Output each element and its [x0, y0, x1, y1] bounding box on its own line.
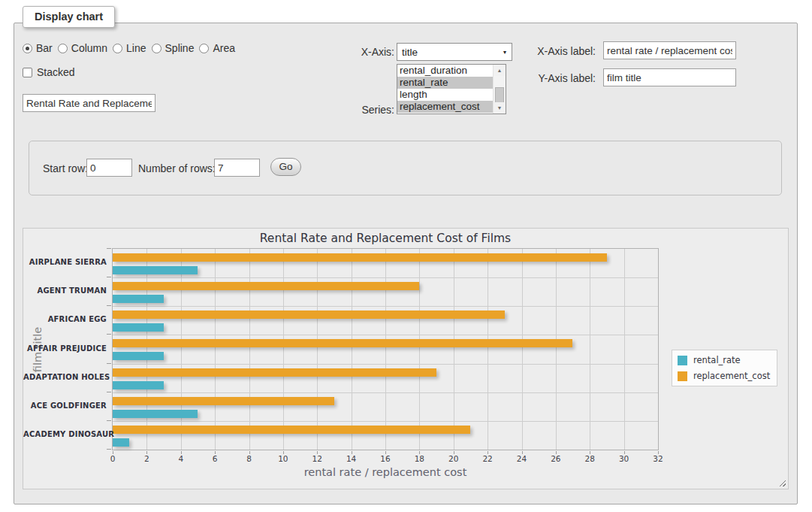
y-axis-tick [107, 305, 111, 306]
category-label: AFRICAN EGG [23, 315, 107, 323]
y-axis-tick [107, 363, 111, 364]
series-option-rental-duration[interactable]: rental_duration [397, 65, 493, 77]
bar-replacement_cost [113, 311, 505, 319]
series-option-length[interactable]: length [397, 89, 493, 101]
gridline-vertical [352, 249, 352, 450]
bar-replacement_cost [113, 368, 436, 377]
category-label: ACADEMY DINOSAUR [23, 430, 107, 438]
bar-rental_rate [113, 323, 164, 332]
chevron-down-icon: ▾ [503, 49, 506, 56]
radio-bar[interactable]: Bar [23, 42, 53, 54]
legend-item-replacement-cost: replacement_cost [678, 371, 770, 381]
gridline-horizontal [113, 335, 658, 335]
x-tick-label: 8 [234, 454, 264, 463]
x-tick-label: 24 [507, 454, 537, 463]
category-label: AFFAIR PREJUDICE [23, 344, 107, 353]
x-axis-title: rental rate / replacement cost [112, 466, 659, 478]
scrollbar-thumb[interactable] [495, 87, 504, 103]
x-tick-label: 2 [131, 454, 161, 463]
radio-spline-label: Spline [165, 42, 195, 54]
radio-bar-icon[interactable] [23, 44, 32, 53]
gridline-vertical [283, 249, 284, 450]
radio-bar-label: Bar [36, 42, 53, 54]
x-axis-selected-value: title [402, 47, 418, 58]
scroll-down-icon[interactable]: ▼ [494, 102, 506, 114]
gridline-vertical [215, 249, 216, 450]
replacement-cost-swatch-icon [678, 371, 687, 381]
gridline-vertical [590, 249, 590, 450]
bar-replacement_cost [113, 397, 334, 405]
resize-handle-icon[interactable] [777, 478, 786, 486]
bar-replacement_cost [113, 339, 572, 347]
radio-line-icon[interactable] [113, 44, 122, 53]
gridline-horizontal [113, 392, 658, 393]
gridline-vertical [249, 249, 250, 450]
category-label: AGENT TRUMAN [23, 286, 107, 295]
y-axis-label-field-label: Y-Axis label: [530, 72, 596, 84]
radio-column[interactable]: Column [58, 42, 107, 54]
gridline-vertical [317, 249, 318, 450]
bar-rental_rate [113, 266, 198, 274]
x-tick-label: 4 [166, 454, 196, 463]
bar-rental_rate [113, 410, 198, 418]
bar-rental_rate [113, 295, 164, 303]
radio-area[interactable]: Area [199, 42, 235, 54]
x-tick-label: 32 [643, 454, 673, 463]
radio-column-label: Column [71, 42, 107, 54]
chart-title: Rental Rate and Replacement Cost of Film… [112, 232, 659, 245]
bar-replacement_cost [113, 426, 470, 434]
gridline-vertical [385, 249, 386, 450]
radio-line[interactable]: Line [113, 42, 146, 54]
y-axis-tick [107, 248, 111, 249]
go-button[interactable]: Go [270, 158, 301, 176]
series-label: Series: [334, 104, 394, 116]
y-axis-tick [107, 420, 111, 421]
bar-replacement_cost [113, 253, 607, 262]
start-row-label: Start row: [43, 162, 88, 174]
radio-spline[interactable]: Spline [152, 42, 195, 54]
stacked-checkbox-row: Stacked [23, 66, 75, 78]
bar-replacement_cost [113, 282, 419, 290]
y-axis-tick [107, 277, 111, 277]
x-tick-label: 28 [575, 454, 605, 463]
number-of-rows-label: Number of rows: [138, 162, 216, 174]
gridline-vertical [454, 249, 454, 450]
series-option-rental-rate[interactable]: rental_rate [397, 77, 493, 89]
chart-legend: rental_rate replacement_cost [672, 350, 777, 386]
y-axis-tick [107, 392, 111, 392]
gridline-vertical [522, 249, 523, 450]
y-axis-label-input[interactable] [603, 68, 736, 86]
series-listbox[interactable]: rental_duration rental_rate length repla… [397, 64, 506, 114]
number-of-rows-input[interactable] [214, 159, 260, 177]
stacked-label: Stacked [37, 66, 75, 78]
listbox-scrollbar[interactable]: ▲ ▼ [493, 65, 506, 114]
series-option-replacement-cost[interactable]: replacement_cost [397, 101, 493, 113]
radio-line-label: Line [126, 42, 146, 54]
radio-spline-icon[interactable] [152, 44, 161, 53]
legend-item-rental-rate: rental_rate [678, 355, 770, 365]
x-axis-label-field-label: X-Axis label: [530, 45, 596, 57]
category-label: ADAPTATION HOLES [23, 373, 107, 381]
bar-rental_rate [113, 438, 129, 447]
rental-rate-swatch-icon [678, 356, 687, 365]
x-axis-select[interactable]: title ▾ [397, 43, 512, 61]
start-row-input[interactable] [86, 159, 132, 177]
chart-container: Rental Rate and Replacement Cost of Film… [23, 228, 789, 489]
radio-area-icon[interactable] [199, 44, 209, 53]
panel-legend: Display chart [23, 6, 115, 28]
x-tick-label: 0 [98, 454, 128, 463]
gridline-horizontal [113, 421, 658, 422]
stacked-checkbox[interactable] [23, 68, 32, 77]
radio-area-label: Area [213, 42, 235, 54]
radio-column-icon[interactable] [58, 44, 68, 53]
legend-label-replacement-cost: replacement_cost [693, 371, 770, 381]
gridline-vertical [146, 249, 147, 450]
chart-title-input[interactable] [23, 94, 155, 112]
gridline-horizontal [113, 364, 658, 365]
scroll-up-icon[interactable]: ▲ [494, 65, 506, 76]
bar-rental_rate [113, 352, 164, 360]
x-axis-label-input[interactable] [603, 41, 736, 59]
category-label: AIRPLANE SIERRA [23, 258, 107, 266]
x-tick-label: 30 [609, 454, 639, 463]
gridline-vertical [181, 249, 182, 450]
